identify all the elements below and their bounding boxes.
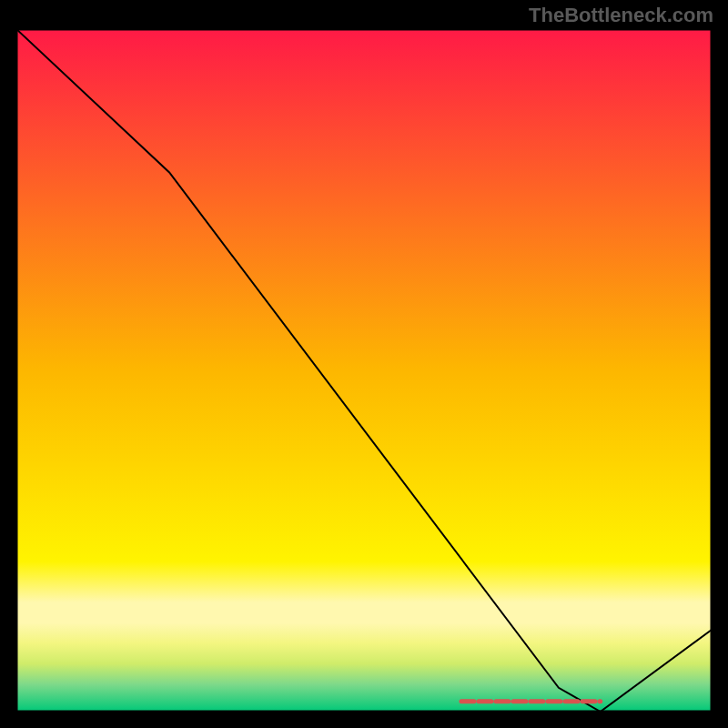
bottleneck-chart — [0, 0, 728, 728]
attribution-text: TheBottleneck.com — [529, 4, 713, 27]
chart-container: TheBottleneck.com — [0, 0, 728, 728]
plot-background — [16, 29, 712, 712]
